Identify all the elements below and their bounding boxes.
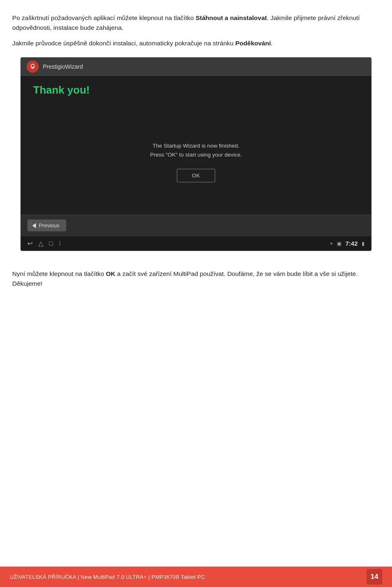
battery-level-icon: ▮ (362, 241, 365, 246)
startup-line2: Press "OK" to start using your device. (150, 152, 242, 158)
para1-bold: Stáhnout a nainstalovat (196, 14, 267, 21)
battery-icon: ▣ (337, 241, 341, 246)
para3-text-before: Nyní můžete klepnout na tlačítko (12, 270, 106, 277)
footer-text: UŽIVATELSKÁ PŘÍRUČKA | New MultiPad 7.0 … (10, 574, 205, 580)
para2-text: Jakmile průvodce úspěšně dokončí instala… (12, 40, 235, 47)
previous-button-label: Previous (39, 222, 60, 229)
paragraph-2: Jakmile průvodce úspěšně dokončí instala… (12, 38, 380, 48)
startup-line1: The Startup Wizard is now finished. (153, 143, 239, 149)
previous-arrow-icon (32, 223, 36, 228)
para1-text-before: Po zaškrtnutí požadovaných aplikací může… (12, 14, 196, 21)
app-name-label: PrestigioWizard (43, 63, 83, 70)
back-nav-icon: ↩ (27, 240, 33, 247)
statusbar-right-area: ⌖ ▣ 7:42 ▮ (330, 240, 365, 247)
thank-you-title: Thank you! (33, 84, 90, 96)
recents-nav-icon: □ (49, 240, 53, 247)
page-number: 14 (367, 569, 382, 585)
prestigio-logo-icon (27, 60, 39, 73)
startup-message: The Startup Wizard is now finished. Pres… (150, 141, 242, 159)
home-nav-icon: △ (38, 240, 43, 247)
device-topbar: PrestigioWizard (21, 58, 371, 76)
paragraph-3: Nyní můžete klepnout na tlačítko OK a za… (12, 269, 380, 289)
menu-nav-icon: ⁝ (59, 240, 61, 247)
statusbar-nav-icons: ↩ △ □ ⁝ (27, 240, 61, 247)
after-screenshot-section: Nyní můžete klepnout na tlačítko OK a za… (0, 259, 392, 302)
device-main-area: Thank you! The Startup Wizard is now fin… (21, 76, 371, 215)
main-content: Po zaškrtnutí požadovaných aplikací může… (0, 0, 392, 259)
ok-button[interactable]: OK (177, 169, 215, 182)
device-statusbar: ↩ △ □ ⁝ ⌖ ▣ 7:42 ▮ (21, 236, 371, 251)
device-center-content: The Startup Wizard is now finished. Pres… (33, 141, 359, 182)
paragraph-1: Po zaškrtnutí požadovaných aplikací může… (12, 13, 380, 33)
page-footer: UŽIVATELSKÁ PŘÍRUČKA | New MultiPad 7.0 … (0, 567, 392, 587)
device-screenshot: PrestigioWizard Thank you! The Startup W… (20, 57, 372, 251)
para2-text-after: . (271, 40, 272, 47)
previous-button[interactable]: Previous (27, 220, 66, 231)
status-time: 7:42 (345, 240, 358, 247)
svg-point-0 (31, 64, 34, 67)
para3-bold: OK (106, 270, 115, 277)
para2-bold: Poděkování (235, 40, 271, 47)
device-bottombar: Previous (21, 215, 371, 236)
wifi-icon: ⌖ (330, 240, 333, 247)
